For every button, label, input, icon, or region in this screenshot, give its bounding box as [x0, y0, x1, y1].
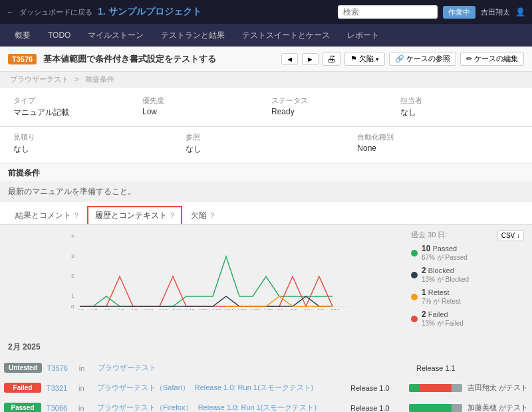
- table-row: Passed T3066 in ブラウザーテスト（Firefox） Releas…: [0, 398, 532, 412]
- meta-priority: 優先度 Low: [137, 93, 266, 121]
- tab-history-context[interactable]: 履歴とコンテキスト ?: [87, 206, 182, 224]
- in-label: in: [78, 404, 92, 412]
- tab-overview[interactable]: 概要: [7, 26, 39, 45]
- progress-bar: [409, 404, 462, 412]
- sub-tabs: 結果とコメント ? 履歴とコンテキスト ? 欠陥 ?: [0, 202, 532, 225]
- test-suite-link[interactable]: ブラウザーテスト: [98, 363, 156, 373]
- tab-report[interactable]: レポート: [339, 26, 387, 45]
- table-row: Untested T3576 in ブラウザーテスト Release 1.1: [0, 358, 532, 378]
- svg-text:4: 4: [71, 233, 74, 239]
- help-icon-3: ?: [210, 212, 214, 219]
- passed-dot: [411, 250, 418, 257]
- test-id-badge: T3576: [8, 54, 37, 64]
- svg-text:1/9: 1/9: [131, 308, 138, 310]
- test-case-header: T3576 基本値範囲で条件付き書式設定をテストする ◄ ► 🖨 ⚑ 欠陥 ▾ …: [0, 47, 532, 72]
- test-id[interactable]: T3066: [47, 404, 73, 412]
- stat-passed: 10 Passed 67% が Passed: [411, 244, 524, 262]
- svg-text:2/10: 2/10: [331, 308, 340, 310]
- test-assignee: 吉田翔太 がテスト: [467, 383, 528, 393]
- svg-text:2/3: 2/3: [291, 308, 297, 310]
- stat-blocked: 2 Blocked 13% が Blocked: [411, 266, 524, 284]
- svg-text:1: 1: [71, 293, 74, 299]
- status-badge: Passed: [4, 403, 41, 412]
- svg-text:2/4: 2/4: [304, 308, 311, 310]
- back-link[interactable]: ダッシュボードに戻る: [19, 7, 92, 17]
- search-input[interactable]: [338, 5, 438, 19]
- svg-text:1/2: 1/2: [91, 308, 98, 310]
- grey-bar: [452, 404, 462, 412]
- breadcrumb: ブラウザーテスト > 前提条件: [0, 72, 532, 88]
- breadcrumb-root[interactable]: ブラウザーテスト: [10, 75, 68, 83]
- test-id[interactable]: T3321: [47, 384, 73, 392]
- svg-text:2/1: 2/1: [277, 308, 284, 310]
- svg-text:1/19: 1/19: [186, 308, 195, 310]
- meta-ref: 参照 なし: [180, 130, 352, 157]
- print-button[interactable]: 🖨: [323, 52, 340, 66]
- chart-stats-area: 4 3 2 1 0 1/1 1/2 1/5 1/6 1/9 1/12: [0, 225, 532, 338]
- help-icon-1: ?: [74, 212, 78, 219]
- csv-button[interactable]: CSV ↓: [497, 230, 524, 241]
- header-actions: ◄ ► 🖨 ⚑ 欠陥 ▾ 🔗 ケースの参照 ✏ ケースの編集: [281, 52, 524, 66]
- svg-text:1/6: 1/6: [118, 308, 124, 310]
- breadcrumb-child[interactable]: 前提条件: [85, 75, 114, 83]
- tab-todo[interactable]: TODO: [40, 27, 78, 44]
- test-release: Release 1.0: [350, 384, 404, 392]
- meta-grid: タイプ マニュアル記載 優先度 Low ステータス Ready 担当者 なし: [0, 88, 532, 127]
- in-label: in: [78, 384, 92, 392]
- svg-text:1/27: 1/27: [251, 308, 260, 310]
- svg-text:2: 2: [71, 273, 74, 279]
- svg-text:1/23: 1/23: [212, 308, 221, 310]
- chart-container: 4 3 2 1 0 1/1 1/2 1/5 1/6 1/9 1/12: [8, 230, 404, 316]
- test-run-link[interactable]: Release 1.0: Run 1(スモークテスト): [195, 383, 345, 393]
- meta-estimate: 見積り なし: [8, 130, 180, 157]
- svg-text:1/1: 1/1: [78, 308, 84, 310]
- svg-text:1/24: 1/24: [224, 308, 233, 310]
- project-title: 1. サンプルプロジェクト: [98, 6, 201, 18]
- pass-bar: [409, 384, 420, 392]
- tab-results-comments[interactable]: 結果とコメント ?: [8, 207, 86, 224]
- table-row: Failed T3321 in ブラウザーテスト（Safari） Release…: [0, 378, 532, 398]
- svg-text:1/29: 1/29: [264, 308, 273, 310]
- test-run-link[interactable]: Release 1.0: Run 1(スモークテスト): [198, 403, 345, 412]
- grey-bar: [452, 384, 462, 392]
- svg-text:1/16: 1/16: [172, 308, 182, 310]
- test-release: Release 1.0: [350, 404, 404, 412]
- pass-bar: [409, 404, 452, 412]
- work-status-badge: 作業中: [443, 6, 475, 19]
- results-section: 2月 2025: [0, 338, 532, 358]
- ref-case-button[interactable]: 🔗 ケースの参照: [389, 52, 456, 66]
- stat-retest: 1 Retest 7% が Retest: [411, 288, 524, 306]
- top-bar-right: 作業中 吉田翔太 👤: [338, 5, 525, 19]
- tab-milestone[interactable]: マイルストーン: [80, 26, 152, 45]
- retest-dot: [411, 294, 418, 300]
- stat-failed: 2 Failed 13% が Failed: [411, 310, 524, 328]
- link-icon: 🔗: [395, 54, 404, 63]
- help-icon-2: ?: [170, 212, 174, 219]
- in-label: in: [79, 364, 92, 372]
- svg-text:1/5: 1/5: [104, 308, 111, 310]
- svg-text:1/15: 1/15: [159, 308, 168, 310]
- svg-text:1/22: 1/22: [199, 308, 208, 310]
- tab-defects[interactable]: 欠陥 ?: [184, 207, 221, 224]
- fail-bar: [420, 384, 452, 392]
- test-suite-link[interactable]: ブラウザーテスト（Firefox）: [97, 403, 193, 412]
- user-name: 吉田翔太: [481, 7, 510, 17]
- test-id[interactable]: T3576: [47, 364, 74, 372]
- tab-testsuite[interactable]: テストスイートとケース: [234, 26, 338, 45]
- defect-button[interactable]: ⚑ 欠陥 ▾: [344, 52, 385, 66]
- back-arrow-icon: ←: [7, 8, 14, 16]
- svg-text:2/7: 2/7: [317, 308, 324, 310]
- prev-button[interactable]: ◄: [281, 53, 298, 65]
- result-rows: Untested T3576 in ブラウザーテスト Release 1.1 F…: [0, 358, 532, 412]
- svg-text:3: 3: [71, 253, 74, 259]
- next-button[interactable]: ►: [302, 53, 319, 65]
- progress-bar: [409, 384, 462, 392]
- test-suite-link[interactable]: ブラウザーテスト（Safari）: [97, 383, 190, 393]
- tab-testrun[interactable]: テストランと結果: [153, 26, 233, 45]
- meta-assignee: 担当者 なし: [395, 93, 524, 121]
- status-badge: Failed: [4, 383, 41, 393]
- user-icon: 👤: [515, 7, 525, 17]
- edit-case-button[interactable]: ✏ ケースの編集: [460, 52, 524, 66]
- nav-tabs: 概要 TODO マイルストーン テストランと結果 テストスイートとケース レポー…: [0, 24, 532, 47]
- meta-auto: 自動化種別 None: [352, 130, 524, 157]
